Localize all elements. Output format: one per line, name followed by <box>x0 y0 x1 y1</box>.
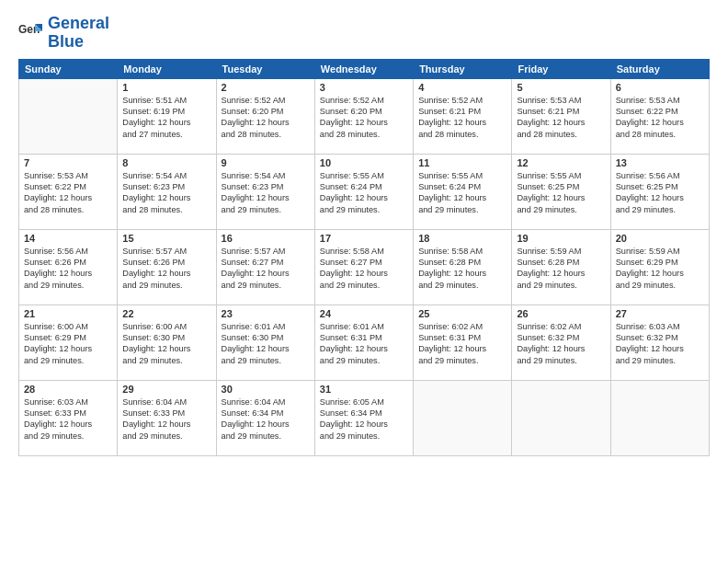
day-cell: 18Sunrise: 5:58 AM Sunset: 6:28 PM Dayli… <box>414 229 512 304</box>
day-number: 14 <box>24 233 112 244</box>
page: Gen GeneralBlue SundayMondayTuesdayWedne… <box>0 0 728 563</box>
day-number: 16 <box>222 233 310 244</box>
header-cell-sunday: Sunday <box>19 59 118 78</box>
day-number: 21 <box>24 308 112 319</box>
calendar-table: SundayMondayTuesdayWednesdayThursdayFrid… <box>18 59 710 456</box>
day-info: Sunrise: 6:04 AM Sunset: 6:34 PM Dayligh… <box>222 396 310 442</box>
day-number: 3 <box>320 82 408 93</box>
header-cell-monday: Monday <box>118 59 216 78</box>
day-cell <box>610 380 709 455</box>
day-number: 27 <box>616 308 704 319</box>
day-cell: 4Sunrise: 5:52 AM Sunset: 6:21 PM Daylig… <box>414 78 512 154</box>
day-number: 23 <box>222 308 310 319</box>
day-number: 12 <box>517 157 605 168</box>
day-number: 7 <box>24 157 112 168</box>
day-info: Sunrise: 6:03 AM Sunset: 6:33 PM Dayligh… <box>24 396 112 442</box>
day-cell: 23Sunrise: 6:01 AM Sunset: 6:30 PM Dayli… <box>216 304 314 380</box>
day-number: 22 <box>122 308 210 319</box>
day-cell: 3Sunrise: 5:52 AM Sunset: 6:20 PM Daylig… <box>314 78 413 154</box>
day-cell: 24Sunrise: 6:01 AM Sunset: 6:31 PM Dayli… <box>314 304 413 380</box>
day-info: Sunrise: 5:53 AM Sunset: 6:22 PM Dayligh… <box>616 95 704 141</box>
day-number: 29 <box>122 384 210 395</box>
day-cell: 13Sunrise: 5:56 AM Sunset: 6:25 PM Dayli… <box>610 154 709 229</box>
day-info: Sunrise: 5:53 AM Sunset: 6:22 PM Dayligh… <box>24 170 112 216</box>
day-info: Sunrise: 6:00 AM Sunset: 6:29 PM Dayligh… <box>24 321 112 367</box>
day-cell: 27Sunrise: 6:03 AM Sunset: 6:32 PM Dayli… <box>610 304 709 380</box>
day-info: Sunrise: 6:02 AM Sunset: 6:31 PM Dayligh… <box>418 321 506 367</box>
day-cell: 20Sunrise: 5:59 AM Sunset: 6:29 PM Dayli… <box>610 229 709 304</box>
day-info: Sunrise: 5:52 AM Sunset: 6:21 PM Dayligh… <box>418 95 506 141</box>
header-cell-friday: Friday <box>512 59 610 78</box>
day-cell <box>19 78 118 154</box>
day-info: Sunrise: 6:02 AM Sunset: 6:32 PM Dayligh… <box>517 321 605 367</box>
day-number: 1 <box>122 82 210 93</box>
day-info: Sunrise: 6:01 AM Sunset: 6:31 PM Dayligh… <box>320 321 408 367</box>
day-number: 13 <box>616 157 704 168</box>
day-number: 30 <box>222 384 310 395</box>
day-number: 6 <box>616 82 704 93</box>
day-info: Sunrise: 5:57 AM Sunset: 6:26 PM Dayligh… <box>122 246 210 292</box>
day-info: Sunrise: 6:03 AM Sunset: 6:32 PM Dayligh… <box>616 321 704 367</box>
header-cell-thursday: Thursday <box>414 59 512 78</box>
day-info: Sunrise: 5:54 AM Sunset: 6:23 PM Dayligh… <box>222 170 310 216</box>
header: Gen GeneralBlue <box>18 15 710 52</box>
day-number: 18 <box>418 233 506 244</box>
day-cell: 12Sunrise: 5:55 AM Sunset: 6:25 PM Dayli… <box>512 154 610 229</box>
day-info: Sunrise: 5:51 AM Sunset: 6:19 PM Dayligh… <box>122 95 210 141</box>
day-number: 26 <box>517 308 605 319</box>
day-number: 8 <box>122 157 210 168</box>
day-number: 10 <box>320 157 408 168</box>
day-cell: 2Sunrise: 5:52 AM Sunset: 6:20 PM Daylig… <box>216 78 314 154</box>
day-number: 4 <box>418 82 506 93</box>
day-cell: 1Sunrise: 5:51 AM Sunset: 6:19 PM Daylig… <box>118 78 216 154</box>
day-info: Sunrise: 5:58 AM Sunset: 6:28 PM Dayligh… <box>418 246 506 292</box>
week-row-5: 28Sunrise: 6:03 AM Sunset: 6:33 PM Dayli… <box>19 380 710 455</box>
day-cell: 30Sunrise: 6:04 AM Sunset: 6:34 PM Dayli… <box>216 380 314 455</box>
day-cell: 14Sunrise: 5:56 AM Sunset: 6:26 PM Dayli… <box>19 229 118 304</box>
day-info: Sunrise: 5:58 AM Sunset: 6:27 PM Dayligh… <box>320 246 408 292</box>
day-info: Sunrise: 5:55 AM Sunset: 6:25 PM Dayligh… <box>517 170 605 216</box>
day-cell <box>414 380 512 455</box>
day-cell <box>512 380 610 455</box>
day-cell: 31Sunrise: 6:05 AM Sunset: 6:34 PM Dayli… <box>314 380 413 455</box>
day-cell: 9Sunrise: 5:54 AM Sunset: 6:23 PM Daylig… <box>216 154 314 229</box>
day-number: 5 <box>517 82 605 93</box>
day-info: Sunrise: 6:05 AM Sunset: 6:34 PM Dayligh… <box>320 396 408 442</box>
day-info: Sunrise: 5:52 AM Sunset: 6:20 PM Dayligh… <box>320 95 408 141</box>
day-cell: 10Sunrise: 5:55 AM Sunset: 6:24 PM Dayli… <box>314 154 413 229</box>
day-number: 9 <box>222 157 310 168</box>
day-number: 25 <box>418 308 506 319</box>
day-number: 24 <box>320 308 408 319</box>
day-info: Sunrise: 5:59 AM Sunset: 6:28 PM Dayligh… <box>517 246 605 292</box>
header-cell-saturday: Saturday <box>610 59 709 78</box>
day-cell: 16Sunrise: 5:57 AM Sunset: 6:27 PM Dayli… <box>216 229 314 304</box>
day-cell: 17Sunrise: 5:58 AM Sunset: 6:27 PM Dayli… <box>314 229 413 304</box>
day-number: 15 <box>122 233 210 244</box>
day-info: Sunrise: 6:00 AM Sunset: 6:30 PM Dayligh… <box>122 321 210 367</box>
day-info: Sunrise: 5:53 AM Sunset: 6:21 PM Dayligh… <box>517 95 605 141</box>
day-info: Sunrise: 5:57 AM Sunset: 6:27 PM Dayligh… <box>222 246 310 292</box>
day-number: 2 <box>222 82 310 93</box>
day-cell: 29Sunrise: 6:04 AM Sunset: 6:33 PM Dayli… <box>118 380 216 455</box>
day-info: Sunrise: 5:54 AM Sunset: 6:23 PM Dayligh… <box>122 170 210 216</box>
day-info: Sunrise: 5:59 AM Sunset: 6:29 PM Dayligh… <box>616 246 704 292</box>
logo: Gen GeneralBlue <box>18 15 109 52</box>
week-row-1: 1Sunrise: 5:51 AM Sunset: 6:19 PM Daylig… <box>19 78 710 154</box>
day-info: Sunrise: 5:56 AM Sunset: 6:25 PM Dayligh… <box>616 170 704 216</box>
day-number: 31 <box>320 384 408 395</box>
day-number: 17 <box>320 233 408 244</box>
day-cell: 5Sunrise: 5:53 AM Sunset: 6:21 PM Daylig… <box>512 78 610 154</box>
day-cell: 6Sunrise: 5:53 AM Sunset: 6:22 PM Daylig… <box>610 78 709 154</box>
day-number: 19 <box>517 233 605 244</box>
day-number: 20 <box>616 233 704 244</box>
day-cell: 19Sunrise: 5:59 AM Sunset: 6:28 PM Dayli… <box>512 229 610 304</box>
day-info: Sunrise: 5:56 AM Sunset: 6:26 PM Dayligh… <box>24 246 112 292</box>
day-cell: 22Sunrise: 6:00 AM Sunset: 6:30 PM Dayli… <box>118 304 216 380</box>
day-info: Sunrise: 5:55 AM Sunset: 6:24 PM Dayligh… <box>418 170 506 216</box>
day-info: Sunrise: 6:01 AM Sunset: 6:30 PM Dayligh… <box>222 321 310 367</box>
calendar-header: SundayMondayTuesdayWednesdayThursdayFrid… <box>19 59 710 78</box>
day-cell: 26Sunrise: 6:02 AM Sunset: 6:32 PM Dayli… <box>512 304 610 380</box>
logo-icon: Gen <box>18 20 44 46</box>
week-row-3: 14Sunrise: 5:56 AM Sunset: 6:26 PM Dayli… <box>19 229 710 304</box>
day-number: 11 <box>418 157 506 168</box>
